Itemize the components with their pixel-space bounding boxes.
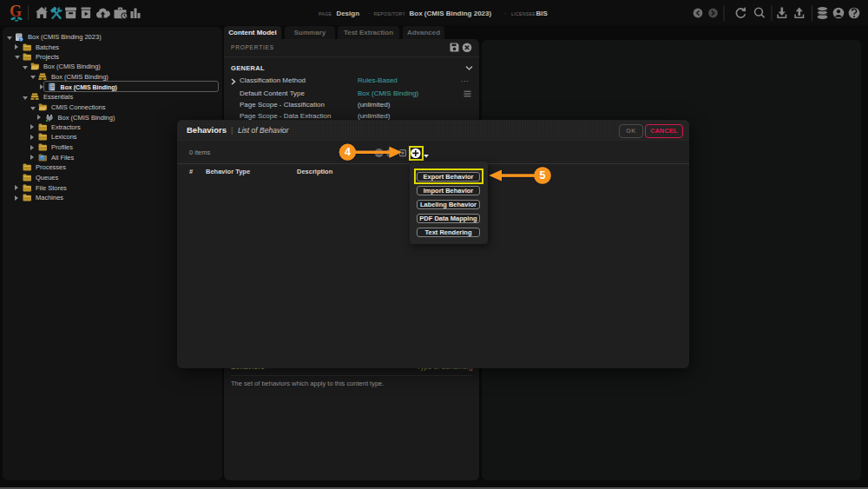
- svg-text:4: 4: [345, 146, 351, 158]
- svg-text:5: 5: [540, 169, 546, 182]
